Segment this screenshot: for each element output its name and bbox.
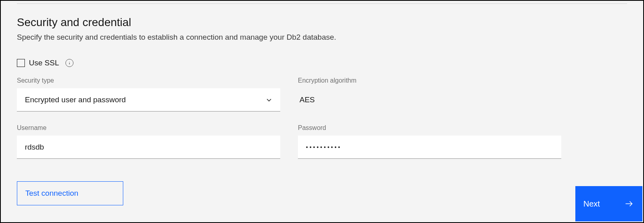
- username-input[interactable]: [17, 136, 280, 159]
- encryption-algorithm-label: Encryption algorithm: [298, 77, 561, 84]
- password-field: Password: [298, 124, 561, 159]
- test-connection-button[interactable]: Test connection: [17, 181, 123, 205]
- security-type-value: Encrypted user and password: [25, 95, 126, 104]
- chevron-down-icon: [266, 97, 272, 103]
- encryption-algorithm-field: Encryption algorithm AES: [298, 77, 561, 112]
- arrow-right-icon: [625, 199, 634, 208]
- username-field: Username: [17, 124, 280, 159]
- form-grid: Security type Encrypted user and passwor…: [17, 77, 627, 159]
- section-description: Specify the security and credentials to …: [17, 33, 627, 42]
- security-type-field: Security type Encrypted user and passwor…: [17, 77, 280, 112]
- security-type-select[interactable]: Encrypted user and password: [17, 88, 280, 112]
- username-label: Username: [17, 124, 280, 132]
- encryption-algorithm-value: AES: [300, 95, 315, 104]
- top-divider: [17, 3, 627, 4]
- use-ssl-label: Use SSL: [29, 59, 59, 67]
- use-ssl-checkbox[interactable]: [17, 59, 25, 67]
- encryption-algorithm-value-wrap: AES: [298, 88, 561, 112]
- password-input[interactable]: [298, 136, 561, 159]
- security-type-label: Security type: [17, 77, 280, 84]
- next-button-label: Next: [583, 199, 600, 209]
- password-label: Password: [298, 124, 561, 132]
- info-icon[interactable]: [65, 59, 73, 67]
- security-section: Security and credential Specify the secu…: [17, 16, 627, 159]
- next-button[interactable]: Next: [575, 186, 642, 221]
- svg-point-1: [69, 61, 69, 62]
- section-title: Security and credential: [17, 16, 627, 29]
- use-ssl-row: Use SSL: [17, 59, 627, 67]
